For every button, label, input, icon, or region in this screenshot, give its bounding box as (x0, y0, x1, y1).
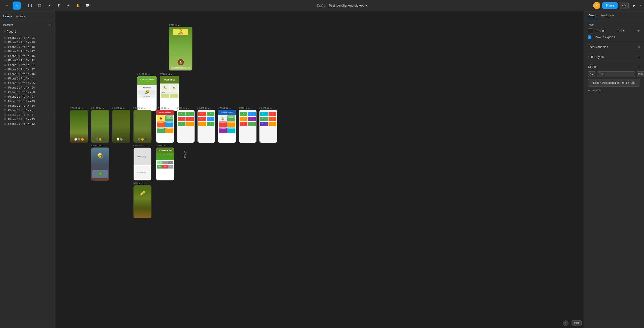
layer-item[interactable]: ⊞ iPhone 11 Pro / X - 17 (1, 67, 54, 72)
layer-name: iPhone 11 Pro / X - 14 (8, 104, 35, 107)
layer-item[interactable]: ⊞ iPhone 11 Pro / X - 26 (1, 35, 54, 40)
frame-pest-library[interactable]: iPhone 11 ... PESTS LIBRARY 🐞 Pest Name … (156, 107, 174, 143)
frame-label-iphone: iPhone (184, 144, 186, 165)
frame-content: Pest Name Pest Name Pest Name Pest Name … (259, 110, 277, 143)
local-variables-row: Local variables ⊕ (588, 45, 640, 49)
frame-label: iPhone 11 ... (133, 144, 146, 147)
page-label-1: 1 (19, 30, 20, 33)
layer-item[interactable]: ⊞ iPhone 11 Pro / X - 23 (1, 94, 54, 99)
frame-photo-2[interactable]: iPhone 11 ... (91, 107, 109, 143)
right-panel: Design Prototype Page 1E1E1E 100% 👁 ✓ Sh… (584, 11, 644, 328)
layer-name: iPhone 11 Pro / X - 4 (8, 77, 33, 80)
add-style-button[interactable]: + (638, 55, 640, 59)
frame-pest-detail[interactable]: iPhone 11 ... PEST/PESTICIDE NAME Descri… (156, 144, 174, 181)
code-button[interactable]: </> (620, 2, 629, 9)
frame-red-grid[interactable]: iPhone 11 ... Pest Name Pest Name Pest N… (197, 107, 215, 143)
frame-label: iPhone 11 ... (133, 182, 146, 185)
frame-label: iPhone 11 ... (133, 107, 146, 109)
frame-pesticides[interactable]: iPhone 11 ... PESTICIDES 🐛 🦗 PESTS Name (160, 73, 179, 111)
text-tool[interactable]: T (55, 2, 63, 10)
export-scale-input[interactable] (588, 71, 595, 77)
select-tool[interactable]: ↖ (13, 2, 21, 10)
frame-sweet-corn[interactable]: iPhone 11 ... SWEET CORN🌽 WHITE PEARL 🌽 … (137, 73, 157, 111)
local-styles-row: Local styles + (588, 55, 640, 59)
frame-cornstalk[interactable]: iPhone 11 ... 🌽 (133, 182, 151, 218)
frame-label: iPhone 11 ... (259, 107, 272, 109)
frame-icon: ⊞ (4, 104, 6, 107)
breadcrumb-drafts[interactable]: Drafts (317, 4, 325, 7)
layer-item[interactable]: ⊞ iPhone 11 Pro / X - 19 (1, 117, 54, 121)
play-button[interactable]: ▶ (631, 2, 638, 9)
pen-tool[interactable] (45, 2, 53, 10)
layer-item-muted[interactable]: ⊞ iPhone 11 Pro / X - 3 — (1, 112, 54, 117)
shapes-tool[interactable] (35, 2, 44, 10)
frame-pest-grid2[interactable]: iPhone 11 ... Pest Name Pest Name Pest N… (239, 107, 257, 143)
frame-iphone-label[interactable]: iPhone (184, 144, 186, 165)
project-dropdown[interactable]: ▾ (366, 4, 367, 7)
layer-item[interactable]: ⊞ iPhone 11 Pro / X - 14 (1, 103, 54, 108)
tab-layers[interactable]: Layers (3, 13, 12, 20)
visibility-toggle[interactable]: 👁 (637, 29, 640, 33)
local-variables-button[interactable]: ⊕ (637, 45, 640, 49)
comment-tool[interactable]: 💬 (83, 2, 91, 10)
tab-prototype[interactable]: Prototype (601, 11, 614, 20)
preview-row[interactable]: ▶ Preview (588, 89, 640, 92)
frame-label: iPhone 11 ... (91, 107, 104, 109)
export-plus-button[interactable]: + (638, 65, 640, 69)
layer-item[interactable]: ⊞ iPhone 11 Pro / X - 27 (1, 49, 54, 54)
layer-item[interactable]: ⊞ iPhone 11 Pro / X - 4 (1, 76, 54, 81)
share-button[interactable]: Share (602, 2, 618, 9)
tab-design[interactable]: Design (588, 11, 597, 20)
layer-name: iPhone 11 Pro / X - 16 (8, 72, 35, 75)
frame-main[interactable]: iPhone 11 ... 🌽 CORN DOCTOR 🔬 OPEN SCANN… (169, 24, 193, 71)
frame-content: Identifying... Processing... (133, 147, 151, 181)
layer-item[interactable]: ⊞ iPhone 11 Pro / X - 22 (1, 58, 54, 63)
frame-content (133, 110, 151, 143)
export-button[interactable]: Export Pest Identifier Android App (588, 79, 640, 87)
canvas[interactable]: iPhone 11 ... 🌽 CORN DOCTOR 🔬 OPEN SCANN… (55, 11, 584, 328)
export-format-input[interactable] (637, 71, 644, 77)
layer-item[interactable]: ⊞ iPhone 11 Pro / X - 12 (1, 121, 54, 126)
layer-hidden-icon: — (49, 113, 51, 116)
layer-name: iPhone 11 Pro / X - 15 (8, 54, 35, 57)
tab-assets[interactable]: Assets (16, 13, 25, 20)
export-suffix-input[interactable] (597, 71, 635, 77)
svg-rect-0 (28, 4, 31, 7)
hand-tool[interactable]: ✋ (74, 2, 82, 10)
add-page-button[interactable]: + (50, 23, 52, 27)
layer-item[interactable]: ⊞ iPhone 11 Pro / X - 24 (1, 85, 54, 90)
local-variables-section: Local variables ⊕ (584, 42, 644, 52)
layer-item[interactable]: ⊞ iPhone 11 Pro / X - 13 (1, 99, 54, 103)
layer-item[interactable]: ⊞ iPhone 11 Pro / X - 21 (1, 63, 54, 67)
layer-name: iPhone 11 Pro / X - 3 (8, 113, 33, 116)
frame-photo-3[interactable]: iPhone 11 ... (112, 107, 130, 143)
play-dropdown[interactable]: ▾ (640, 4, 641, 7)
frame-tool[interactable] (26, 2, 34, 10)
layer-item[interactable]: ⊞ iPhone 11 Pro / X - 20 (1, 40, 54, 45)
help-button[interactable]: ? (563, 320, 569, 326)
pages-section-header: Pages + (0, 20, 55, 29)
frame-photo-1[interactable]: iPhone 11 ... (70, 107, 88, 143)
frame-photo-4[interactable]: iPhone 11 ... (133, 107, 151, 143)
layer-item[interactable]: ⊞ iPhone 11 Pro / X - 16 (1, 72, 54, 76)
frame-green-grid[interactable]: iPhone 11 ... Pest Name Pest Name Pest N… (177, 107, 195, 143)
layer-item[interactable]: ⊞ iPhone 11 Pro / X - 6 (1, 108, 54, 112)
page-item-1[interactable]: ✓ Page 1 1 (0, 29, 55, 34)
frame-pest-grid3[interactable]: iPhone 11 ... Pest Name Pest Name Pest N… (259, 107, 277, 143)
layer-item[interactable]: ⊞ iPhone 11 Pro / X - 28 (1, 90, 54, 94)
components-tool[interactable]: ✦ (64, 2, 72, 10)
frame-scanning[interactable]: iPhone 11 ... Identifying... Processing.… (133, 144, 151, 181)
layer-item[interactable]: ⊞ iPhone 11 Pro / X - 25 (1, 81, 54, 85)
frame-photo-person[interactable]: iPhone 11 ... 👩‍🌾 🔬 (91, 144, 109, 181)
zoom-indicator[interactable]: 19% (572, 320, 582, 326)
frame-icon: ⊞ (4, 50, 6, 53)
frame-pesticide-lib2[interactable]: iPhone 11 ... PESTICIDE LIBRARY 👨‍🌾 Pest… (218, 107, 236, 143)
left-panel-tabs: Layers Assets (0, 11, 55, 20)
layer-item[interactable]: ⊞ iPhone 11 Pro / X - 15 (1, 54, 54, 58)
page-color-swatch[interactable] (588, 28, 593, 33)
export-minus-button[interactable]: − (634, 65, 636, 69)
main-area: Layers Assets Pages + ✓ Page 1 1 ⊞ iPhon… (0, 11, 644, 328)
main-menu-button[interactable]: ≡ (3, 2, 11, 10)
show-exports-checkbox[interactable]: ✓ (588, 35, 591, 39)
layer-item[interactable]: ⊞ iPhone 11 Pro / X - 18 (1, 45, 54, 49)
